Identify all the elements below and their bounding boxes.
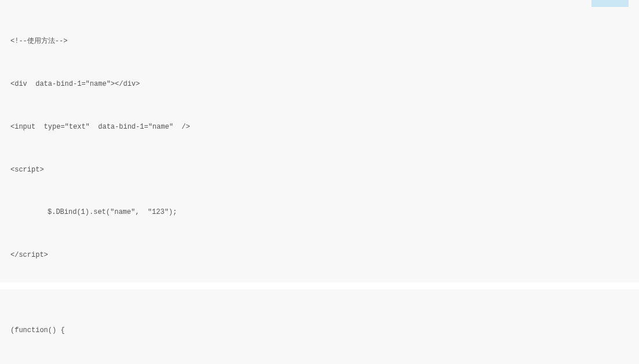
code-line: <!--使用方法--> bbox=[10, 34, 629, 49]
code-line: <input type="text" data-bind-1="name" /> bbox=[10, 120, 629, 134]
code-line: <script> bbox=[10, 163, 629, 177]
code-line: </script> bbox=[10, 248, 629, 263]
code-line: <div data-bind-1="name"></div> bbox=[10, 77, 629, 92]
code-line: $.DBind(1).set("name", "123"); bbox=[10, 205, 629, 220]
code-block-implementation: (function() { //封装成jqery插件 jQuery.DBind … bbox=[0, 289, 639, 364]
code-line: (function() { bbox=[10, 323, 629, 338]
code-block-usage: <!--使用方法--> <div data-bind-1="name"></di… bbox=[0, 0, 639, 282]
top-right-tab bbox=[591, 0, 629, 7]
